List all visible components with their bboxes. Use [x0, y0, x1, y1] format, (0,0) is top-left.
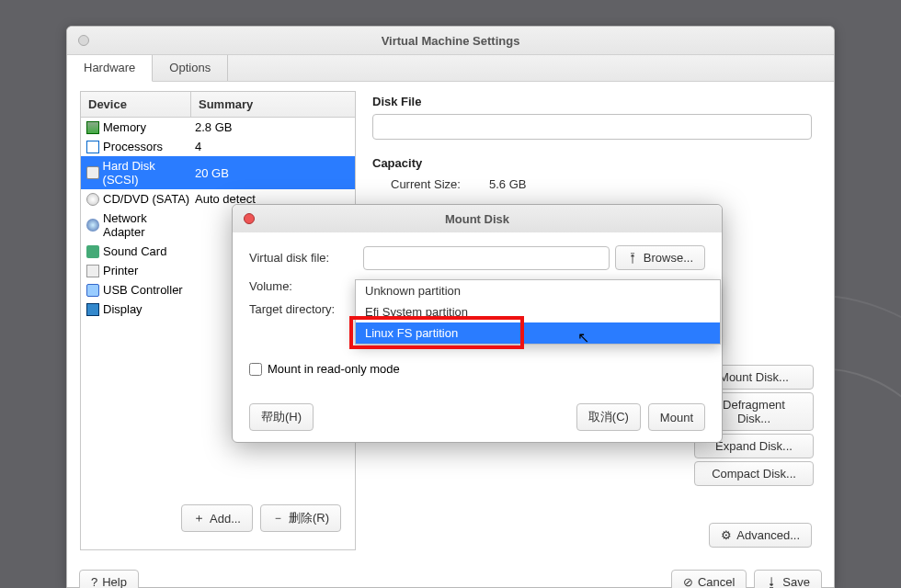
harddisk-icon: [86, 166, 99, 179]
remove-button[interactable]: －删除(R): [260, 504, 341, 532]
help-icon: ?: [91, 575, 97, 588]
tabbar: Hardware Options: [67, 54, 834, 82]
download-icon: ⭳: [766, 575, 778, 588]
vdf-label: Virtual disk file:: [249, 251, 358, 265]
gear-icon: ⚙: [721, 528, 732, 542]
window-close-icon[interactable]: [78, 35, 89, 46]
table-row[interactable]: Memory2.8 GB: [81, 118, 355, 137]
readonly-label: Mount in read-only mode: [268, 362, 400, 376]
tab-hardware[interactable]: Hardware: [67, 55, 153, 82]
dialog-mount-button[interactable]: Mount: [648, 403, 705, 431]
memory-icon: [86, 121, 99, 134]
upload-icon: ⭱: [627, 251, 639, 265]
col-summary: Summary: [191, 92, 260, 117]
main-footer: ?Help ⊘Cancel ⭳Save: [66, 560, 835, 588]
volume-label: Volume:: [249, 279, 358, 293]
disk-file-input[interactable]: [372, 114, 812, 140]
table-row[interactable]: Processors4: [81, 137, 355, 156]
compact-disk-button[interactable]: Compact Disk...: [694, 461, 814, 486]
volume-dropdown[interactable]: Unknown partition Efi System partition L…: [355, 279, 721, 345]
usb-icon: [86, 284, 99, 297]
cddvd-icon: [86, 193, 99, 206]
volume-option[interactable]: Unknown partition: [356, 280, 720, 301]
table-row[interactable]: Hard Disk (SCSI)20 GB: [81, 156, 355, 189]
cpu-icon: [86, 141, 99, 153]
network-icon: [86, 219, 99, 232]
dialog-title: Mount Disk: [255, 212, 700, 226]
sound-icon: [86, 245, 99, 258]
disk-file-label: Disk File: [372, 95, 812, 108]
current-size-value: 5.6 GB: [489, 177, 526, 191]
add-button[interactable]: ＋Add...: [181, 504, 253, 532]
advanced-button[interactable]: ⚙Advanced...: [709, 523, 812, 548]
save-button[interactable]: ⭳Save: [754, 570, 822, 588]
col-device: Device: [81, 92, 191, 117]
cancel-icon: ⊘: [683, 575, 693, 588]
display-icon: [86, 303, 99, 316]
current-size-label: Current Size:: [391, 177, 478, 191]
dialog-help-button[interactable]: 帮助(H): [249, 403, 314, 431]
browse-button[interactable]: ⭱Browse...: [615, 245, 705, 270]
cancel-button[interactable]: ⊘Cancel: [671, 570, 747, 588]
dialog-close-icon[interactable]: [244, 213, 255, 224]
window-title: Virtual Machine Settings: [89, 34, 812, 48]
capacity-label: Capacity: [372, 156, 812, 170]
volume-option[interactable]: Efi System partition: [356, 301, 720, 322]
vdf-input[interactable]: [363, 246, 610, 270]
readonly-checkbox[interactable]: [249, 363, 262, 376]
printer-icon: [86, 265, 99, 277]
plus-icon: ＋: [193, 510, 205, 526]
volume-option[interactable]: Linux FS partition: [356, 322, 720, 344]
tab-options[interactable]: Options: [153, 55, 228, 81]
target-dir-label: Target directory:: [249, 302, 358, 316]
titlebar: Virtual Machine Settings: [67, 27, 834, 54]
help-button[interactable]: ?Help: [79, 570, 139, 588]
minus-icon: －: [272, 510, 284, 526]
dialog-cancel-button[interactable]: 取消(C): [576, 403, 641, 431]
